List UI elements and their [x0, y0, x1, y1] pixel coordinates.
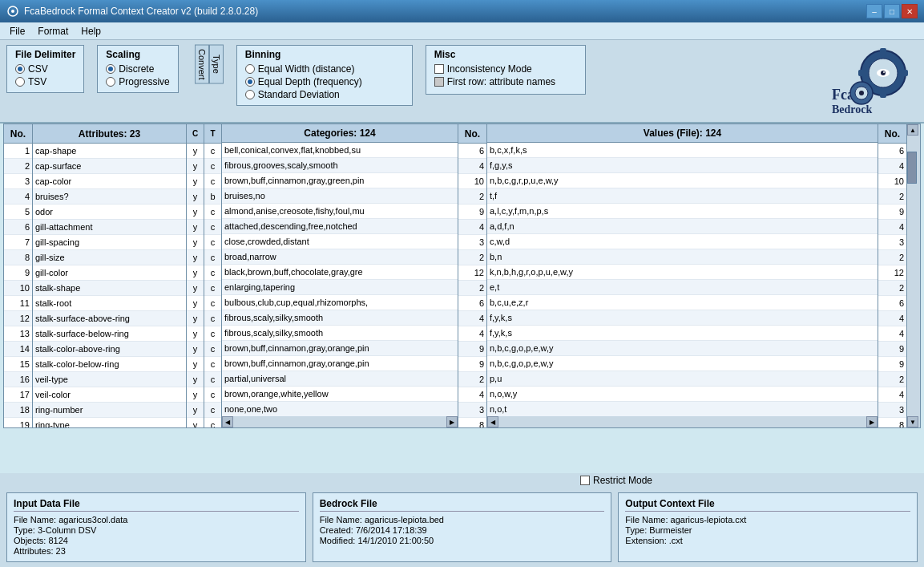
categories-hscroll[interactable]: ◀ ▶: [222, 416, 458, 427]
header-convert: C: [187, 124, 204, 144]
table-row: 12: [4, 311, 32, 326]
progressive-option[interactable]: Progressive: [106, 76, 169, 87]
col-convert: C yyyyyyyyyyyyyyyyyyyy: [187, 124, 204, 427]
table-row: 2: [458, 189, 486, 205]
table-row: 4: [878, 159, 906, 174]
app-icon: [6, 5, 19, 18]
scroll-up[interactable]: ▲: [907, 124, 918, 136]
table-row: y: [187, 250, 204, 265]
table-row: 19: [4, 418, 32, 427]
table-row: 6: [878, 296, 906, 311]
table-row: brown,buff,cinnamon,gray,orange,pin: [222, 356, 458, 371]
table-row: 4: [878, 387, 906, 403]
restrict-mode-row[interactable]: Restrict Mode: [580, 475, 918, 486]
top-panel: File Delimiter CSV TSV Scaling Discrete: [0, 40, 924, 124]
table-row: 4: [4, 189, 32, 205]
table-row: 9: [878, 205, 906, 220]
progressive-radio[interactable]: [106, 77, 115, 87]
maximize-button[interactable]: □: [884, 4, 900, 18]
table-row: y: [187, 326, 204, 342]
menu-file[interactable]: File: [3, 24, 31, 38]
equal-depth-radio[interactable]: [245, 77, 255, 87]
table-row: c: [204, 342, 221, 357]
table-row: 9: [458, 357, 486, 372]
table-row: c: [204, 235, 221, 250]
table-row: c: [204, 387, 221, 403]
table-row: c: [204, 220, 221, 235]
val-scroll-right[interactable]: ▶: [866, 416, 878, 427]
table-row: 2: [458, 250, 486, 265]
bedrock-created: Created: 7/6/2014 17:18:39: [320, 525, 605, 535]
tsv-option[interactable]: TSV: [15, 76, 75, 87]
cat-scroll-left[interactable]: ◀: [222, 416, 233, 427]
input-data-file-panel: Input Data File File Name: agaricus3col.…: [6, 492, 306, 562]
menu-format[interactable]: Format: [31, 24, 75, 38]
table-row: ring-number: [33, 403, 186, 418]
file-delimiter-title: File Delimiter: [15, 49, 75, 60]
std-dev-option[interactable]: Standard Deviation: [245, 89, 404, 100]
menu-help[interactable]: Help: [75, 24, 107, 38]
discrete-option[interactable]: Discrete: [106, 63, 169, 75]
table-row: gill-spacing: [33, 235, 186, 250]
table-row: c: [204, 403, 221, 418]
table-row: y: [187, 205, 204, 220]
body-attributes: cap-shapecap-surfacecap-colorbruises?odo…: [33, 144, 186, 427]
input-objects: Objects: 8124: [14, 536, 299, 545]
header-attributes: Attributes: 23: [33, 124, 186, 144]
csv-radio[interactable]: [15, 64, 25, 74]
file-delimiter-section: File Delimiter CSV TSV: [6, 45, 84, 93]
table-row: c: [204, 326, 221, 342]
table-row: y: [187, 235, 204, 250]
col-attributes: Attributes: 23 cap-shapecap-surfacecap-c…: [33, 124, 187, 427]
csv-option[interactable]: CSV: [15, 63, 75, 75]
table-row: y: [187, 387, 204, 403]
table-row: 15: [4, 357, 32, 372]
cat-scroll-right[interactable]: ▶: [446, 416, 458, 427]
tsv-radio[interactable]: [15, 77, 25, 87]
table-row: 1: [4, 144, 32, 159]
table-row: 10: [878, 174, 906, 189]
scroll-down[interactable]: ▼: [907, 416, 918, 427]
std-dev-radio[interactable]: [245, 90, 255, 99]
table-row: b,n: [487, 249, 878, 265]
table-row: brown,orange,white,yellow: [222, 387, 458, 402]
values-hscroll[interactable]: ◀ ▶: [487, 416, 878, 427]
table-row: c: [204, 205, 221, 220]
minimize-button[interactable]: –: [866, 4, 882, 18]
table-row: 11: [4, 296, 32, 311]
vertical-scrollbar[interactable]: ▲ ▼: [907, 124, 920, 427]
table-row: 2: [458, 372, 486, 387]
table-row: 18: [4, 403, 32, 418]
equal-width-radio[interactable]: [245, 64, 255, 74]
close-button[interactable]: ✕: [902, 4, 918, 18]
val-scroll-left[interactable]: ◀: [487, 416, 498, 427]
fca-bedrock-logo: Fca Bedrock: [825, 45, 914, 117]
equal-width-option[interactable]: Equal Width (distance): [245, 63, 404, 75]
first-row-attr-checkbox[interactable]: [434, 77, 444, 87]
table-row: cap-surface: [33, 159, 186, 174]
restrict-mode-checkbox[interactable]: [580, 476, 590, 485]
scaling-options: Discrete Progressive: [106, 63, 169, 87]
inconsistency-mode-checkbox[interactable]: [434, 64, 444, 74]
table-row: n,b,c,g,o,p,e,w,y: [487, 356, 878, 371]
table-row: odor: [33, 205, 186, 220]
discrete-radio[interactable]: [106, 64, 115, 74]
scroll-thumb[interactable]: [907, 152, 917, 184]
table-row: c: [204, 357, 221, 372]
table-row: c: [204, 250, 221, 265]
table-row: y: [187, 281, 204, 296]
equal-depth-option[interactable]: Equal Depth (frequency): [245, 76, 404, 87]
inconsistency-mode-row[interactable]: Inconsistency Mode: [434, 63, 577, 75]
table-row: f,y,k,s: [487, 326, 878, 341]
table-row: 4: [458, 387, 486, 403]
output-context-title: Output Context File: [625, 498, 910, 512]
table-row: a,d,f,n: [487, 219, 878, 234]
misc-title: Misc: [434, 49, 577, 60]
table-row: c: [204, 311, 221, 326]
table-row: 7: [4, 235, 32, 250]
table-row: 9: [4, 265, 32, 281]
table-row: y: [187, 296, 204, 311]
first-row-attr-row[interactable]: First row: attribute names: [434, 76, 577, 87]
table-row: fibrous,scaly,silky,smooth: [222, 310, 458, 326]
table-row: none,one,two: [222, 402, 458, 416]
